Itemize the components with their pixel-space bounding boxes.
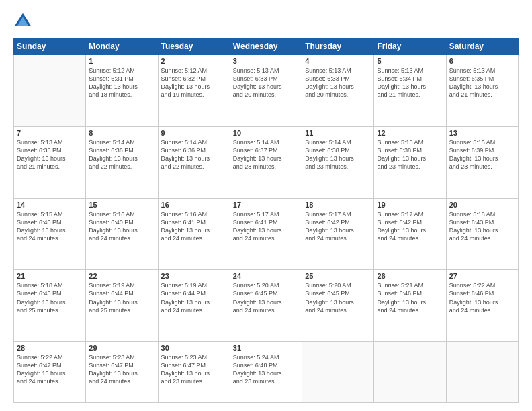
calendar-cell: 12Sunrise: 5:15 AM Sunset: 6:38 PM Dayli… [374,126,446,198]
day-number: 18 [305,201,371,209]
weekday-header: Thursday [302,38,374,55]
calendar-week-row: 28Sunrise: 5:22 AM Sunset: 6:47 PM Dayli… [14,342,519,403]
day-number: 9 [161,129,227,137]
day-number: 16 [161,201,227,209]
calendar-cell: 11Sunrise: 5:14 AM Sunset: 6:38 PM Dayli… [302,126,374,198]
calendar-cell: 17Sunrise: 5:17 AM Sunset: 6:41 PM Dayli… [230,198,302,270]
day-info: Sunrise: 5:12 AM Sunset: 6:31 PM Dayligh… [89,66,154,99]
day-number: 15 [89,201,154,209]
page: SundayMondayTuesdayWednesdayThursdayFrid… [0,0,532,411]
day-number: 6 [449,57,515,65]
day-number: 12 [377,129,443,137]
calendar-cell: 22Sunrise: 5:19 AM Sunset: 6:44 PM Dayli… [86,270,158,342]
weekday-header: Tuesday [158,38,230,55]
calendar-week-row: 7Sunrise: 5:13 AM Sunset: 6:35 PM Daylig… [14,126,519,198]
day-number: 11 [305,129,371,137]
calendar-cell: 7Sunrise: 5:13 AM Sunset: 6:35 PM Daylig… [14,126,86,198]
day-info: Sunrise: 5:12 AM Sunset: 6:32 PM Dayligh… [161,66,227,99]
calendar-cell: 29Sunrise: 5:23 AM Sunset: 6:47 PM Dayli… [86,342,158,403]
calendar-cell: 5Sunrise: 5:13 AM Sunset: 6:34 PM Daylig… [374,55,446,127]
calendar-cell: 21Sunrise: 5:18 AM Sunset: 6:43 PM Dayli… [14,270,86,342]
day-number: 5 [377,57,443,65]
calendar-cell: 10Sunrise: 5:14 AM Sunset: 6:37 PM Dayli… [230,126,302,198]
day-number: 23 [161,272,227,280]
day-info: Sunrise: 5:13 AM Sunset: 6:34 PM Dayligh… [377,66,443,99]
calendar-cell [14,55,86,127]
day-info: Sunrise: 5:16 AM Sunset: 6:40 PM Dayligh… [89,210,154,243]
weekday-header: Monday [86,38,158,55]
day-number: 3 [233,57,299,65]
calendar-table: SundayMondayTuesdayWednesdayThursdayFrid… [13,38,519,403]
calendar-cell: 28Sunrise: 5:22 AM Sunset: 6:47 PM Dayli… [14,342,86,403]
day-info: Sunrise: 5:20 AM Sunset: 6:45 PM Dayligh… [233,281,299,314]
calendar-week-row: 14Sunrise: 5:15 AM Sunset: 6:40 PM Dayli… [14,198,519,270]
calendar-header: SundayMondayTuesdayWednesdayThursdayFrid… [14,38,519,55]
day-info: Sunrise: 5:23 AM Sunset: 6:47 PM Dayligh… [89,353,154,386]
calendar-cell: 8Sunrise: 5:14 AM Sunset: 6:36 PM Daylig… [86,126,158,198]
calendar-cell: 14Sunrise: 5:15 AM Sunset: 6:40 PM Dayli… [14,198,86,270]
day-info: Sunrise: 5:13 AM Sunset: 6:33 PM Dayligh… [233,66,299,99]
day-info: Sunrise: 5:18 AM Sunset: 6:43 PM Dayligh… [17,281,83,314]
day-number: 21 [17,272,83,280]
day-number: 2 [161,57,227,65]
calendar-cell: 30Sunrise: 5:23 AM Sunset: 6:47 PM Dayli… [158,342,230,403]
day-info: Sunrise: 5:16 AM Sunset: 6:41 PM Dayligh… [161,210,227,243]
day-info: Sunrise: 5:17 AM Sunset: 6:41 PM Dayligh… [233,210,299,243]
day-number: 20 [449,201,515,209]
calendar-cell: 18Sunrise: 5:17 AM Sunset: 6:42 PM Dayli… [302,198,374,270]
day-info: Sunrise: 5:20 AM Sunset: 6:45 PM Dayligh… [305,281,371,314]
day-info: Sunrise: 5:13 AM Sunset: 6:35 PM Dayligh… [17,138,83,171]
day-number: 24 [233,272,299,280]
calendar-cell: 16Sunrise: 5:16 AM Sunset: 6:41 PM Dayli… [158,198,230,270]
logo-icon [13,12,32,31]
calendar-cell: 2Sunrise: 5:12 AM Sunset: 6:32 PM Daylig… [158,55,230,127]
day-number: 31 [233,344,299,352]
day-number: 13 [449,129,515,137]
day-info: Sunrise: 5:13 AM Sunset: 6:33 PM Dayligh… [305,66,371,99]
calendar-cell: 4Sunrise: 5:13 AM Sunset: 6:33 PM Daylig… [302,55,374,127]
day-info: Sunrise: 5:19 AM Sunset: 6:44 PM Dayligh… [161,281,227,314]
calendar-cell: 19Sunrise: 5:17 AM Sunset: 6:42 PM Dayli… [374,198,446,270]
calendar-cell [374,342,446,403]
day-number: 25 [305,272,371,280]
calendar-week-row: 21Sunrise: 5:18 AM Sunset: 6:43 PM Dayli… [14,270,519,342]
day-info: Sunrise: 5:22 AM Sunset: 6:46 PM Dayligh… [449,281,515,314]
calendar-cell: 27Sunrise: 5:22 AM Sunset: 6:46 PM Dayli… [446,270,518,342]
day-number: 27 [449,272,515,280]
calendar-week-row: 1Sunrise: 5:12 AM Sunset: 6:31 PM Daylig… [14,55,519,127]
calendar-cell: 23Sunrise: 5:19 AM Sunset: 6:44 PM Dayli… [158,270,230,342]
weekday-header: Wednesday [230,38,302,55]
day-info: Sunrise: 5:17 AM Sunset: 6:42 PM Dayligh… [377,210,443,243]
day-info: Sunrise: 5:17 AM Sunset: 6:42 PM Dayligh… [305,210,371,243]
day-info: Sunrise: 5:14 AM Sunset: 6:38 PM Dayligh… [305,138,371,171]
calendar-cell: 3Sunrise: 5:13 AM Sunset: 6:33 PM Daylig… [230,55,302,127]
weekday-row: SundayMondayTuesdayWednesdayThursdayFrid… [14,38,519,55]
day-info: Sunrise: 5:15 AM Sunset: 6:40 PM Dayligh… [17,210,83,243]
calendar-cell: 20Sunrise: 5:18 AM Sunset: 6:43 PM Dayli… [446,198,518,270]
weekday-header: Sunday [14,38,86,55]
day-number: 29 [89,344,154,352]
day-number: 30 [161,344,227,352]
day-number: 10 [233,129,299,137]
day-number: 19 [377,201,443,209]
calendar-cell: 13Sunrise: 5:15 AM Sunset: 6:39 PM Dayli… [446,126,518,198]
day-info: Sunrise: 5:14 AM Sunset: 6:36 PM Dayligh… [161,138,227,171]
weekday-header: Friday [374,38,446,55]
day-info: Sunrise: 5:14 AM Sunset: 6:36 PM Dayligh… [89,138,154,171]
day-info: Sunrise: 5:13 AM Sunset: 6:35 PM Dayligh… [449,66,515,99]
day-info: Sunrise: 5:24 AM Sunset: 6:48 PM Dayligh… [233,353,299,386]
calendar-cell: 9Sunrise: 5:14 AM Sunset: 6:36 PM Daylig… [158,126,230,198]
day-number: 7 [17,129,83,137]
day-number: 8 [89,129,154,137]
day-info: Sunrise: 5:14 AM Sunset: 6:37 PM Dayligh… [233,138,299,171]
calendar-cell: 15Sunrise: 5:16 AM Sunset: 6:40 PM Dayli… [86,198,158,270]
calendar-cell [446,342,518,403]
calendar-cell: 25Sunrise: 5:20 AM Sunset: 6:45 PM Dayli… [302,270,374,342]
day-number: 28 [17,344,83,352]
day-number: 1 [89,57,154,65]
calendar-body: 1Sunrise: 5:12 AM Sunset: 6:31 PM Daylig… [14,55,519,403]
calendar-cell: 31Sunrise: 5:24 AM Sunset: 6:48 PM Dayli… [230,342,302,403]
day-info: Sunrise: 5:15 AM Sunset: 6:38 PM Dayligh… [377,138,443,171]
logo [13,12,35,31]
day-info: Sunrise: 5:19 AM Sunset: 6:44 PM Dayligh… [89,281,154,314]
